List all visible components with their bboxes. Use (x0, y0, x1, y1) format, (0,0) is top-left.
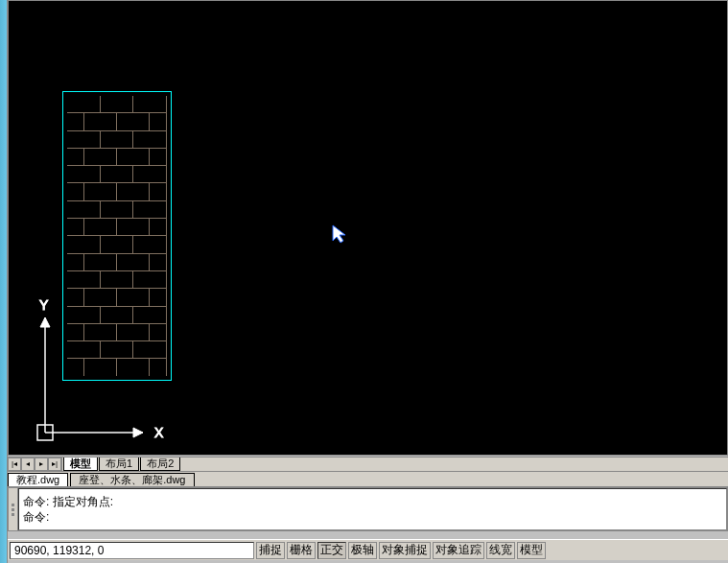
ucs-x-label: X (154, 425, 164, 440)
status-polar-button[interactable]: 极轴 (348, 542, 377, 559)
tab-layout1[interactable]: 布局1 (99, 457, 139, 471)
command-history-line: 命令: 指定对角点: (23, 494, 722, 509)
status-osnap-button[interactable]: 对象捕捉 (379, 542, 431, 559)
cursor-pointer-icon (331, 223, 350, 245)
tab-layout2[interactable]: 布局2 (140, 457, 180, 471)
svg-marker-5 (333, 225, 345, 243)
file-tab-1[interactable]: 教程.dwg (8, 473, 68, 486)
tab-nav-last-button[interactable]: ▸| (48, 457, 61, 471)
layout-tab-nav: |◂ ◂ ▸ ▸| (8, 457, 62, 471)
tab-layout2-label: 布局2 (147, 457, 174, 471)
command-text-area[interactable]: 命令: 指定对角点: 命令: (18, 488, 727, 530)
status-grid-button[interactable]: 栅格 (287, 542, 316, 559)
tab-nav-prev-button[interactable]: ◂ (21, 457, 35, 471)
status-otrack-button[interactable]: 对象追踪 (433, 542, 484, 559)
command-grip-handle[interactable] (9, 488, 18, 530)
file-tab-2[interactable]: 座登、水条、廊架.dwg (70, 473, 194, 486)
command-prompt-line: 命令: (23, 509, 722, 525)
command-window: 命令: 指定对角点: 命令: (8, 487, 728, 531)
status-coordinates[interactable]: 90690, 119312, 0 (10, 542, 254, 559)
tab-layout1-label: 布局1 (106, 457, 132, 471)
status-snap-button[interactable]: 捕捉 (256, 542, 285, 559)
file-tab-2-label: 座登、水条、廊架.dwg (79, 473, 185, 487)
file-tab-1-label: 教程.dwg (16, 473, 59, 487)
status-lineweight-button[interactable]: 线宽 (486, 542, 515, 559)
tab-model[interactable]: 模型 (63, 457, 98, 471)
svg-marker-1 (133, 428, 143, 437)
ucs-y-label: Y (39, 298, 49, 313)
tab-nav-next-button[interactable]: ▸ (35, 457, 48, 471)
svg-marker-3 (40, 317, 50, 327)
drawing-canvas[interactable]: X Y (8, 0, 728, 456)
layout-tab-strip: |◂ ◂ ▸ ▸| 模型 布局1 布局2 (8, 457, 728, 472)
file-tab-strip: 教程.dwg 座登、水条、廊架.dwg (8, 472, 728, 487)
window-left-border (0, 0, 8, 563)
status-bar: 90690, 119312, 0 捕捉 栅格 正交 极轴 对象捕捉 对象追踪 线… (8, 539, 728, 560)
status-ortho-button[interactable]: 正交 (317, 542, 346, 559)
tab-nav-first-button[interactable]: |◂ (8, 457, 21, 471)
tab-model-label: 模型 (70, 457, 91, 471)
status-model-button[interactable]: 模型 (517, 542, 546, 559)
ucs-icon: X Y (28, 298, 172, 442)
